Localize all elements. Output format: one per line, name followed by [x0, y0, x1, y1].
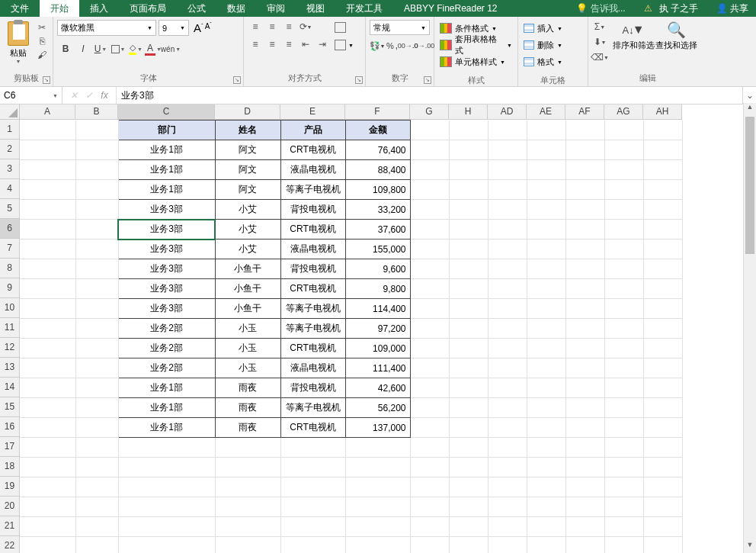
cell-AF12[interactable]: [565, 339, 604, 358]
cell-G4[interactable]: [410, 180, 449, 200]
cell-A8[interactable]: [20, 259, 75, 279]
cell-E1[interactable]: 产品: [280, 121, 345, 140]
cell-AH6[interactable]: [643, 220, 682, 240]
cell-AD16[interactable]: [488, 418, 527, 438]
cell-G15[interactable]: [410, 398, 449, 418]
delete-cells-button[interactable]: 删除▼: [522, 37, 564, 53]
cell-D14[interactable]: 雨夜: [215, 378, 280, 398]
cancel-formula-button[interactable]: ✕: [67, 90, 81, 101]
tell-me[interactable]: 💡 告诉我...: [569, 2, 633, 15]
cell-H13[interactable]: [449, 358, 488, 378]
cell-AE17[interactable]: [527, 438, 565, 458]
cell-G22[interactable]: [410, 537, 449, 554]
cell-AF7[interactable]: [565, 240, 604, 259]
cell-F10[interactable]: 114,400: [345, 299, 410, 319]
cell-AF18[interactable]: [565, 458, 604, 477]
col-header-F[interactable]: F: [345, 104, 410, 120]
col-header-AE[interactable]: AE: [527, 104, 565, 120]
cell-AE22[interactable]: [527, 537, 565, 554]
cell-AG20[interactable]: [604, 497, 643, 517]
cell-C16[interactable]: 业务1部: [118, 418, 215, 438]
cell-F17[interactable]: [345, 438, 410, 458]
cell-F9[interactable]: 9,800: [345, 279, 410, 299]
cell-F1[interactable]: 金额: [345, 121, 410, 140]
share-button[interactable]: 👤 共享: [709, 2, 756, 15]
cell-B15[interactable]: [75, 398, 118, 418]
cell-G6[interactable]: [410, 220, 449, 240]
cell-D17[interactable]: [215, 438, 280, 458]
cell-F8[interactable]: 9,600: [345, 259, 410, 279]
cell-AH4[interactable]: [643, 180, 682, 200]
cell-A19[interactable]: [20, 477, 75, 497]
cell-F13[interactable]: 111,400: [345, 358, 410, 378]
cell-H3[interactable]: [449, 160, 488, 180]
col-header-E[interactable]: E: [280, 104, 345, 120]
cell-AE9[interactable]: [527, 279, 565, 299]
cell-B1[interactable]: [75, 121, 118, 140]
cell-E15[interactable]: 等离子电视机: [280, 398, 345, 418]
cell-A21[interactable]: [20, 517, 75, 537]
align-left-button[interactable]: ≡: [248, 37, 263, 51]
cell-AG8[interactable]: [604, 259, 643, 279]
cell-AG9[interactable]: [604, 279, 643, 299]
cell-AD19[interactable]: [488, 477, 527, 497]
col-header-AF[interactable]: AF: [565, 104, 604, 120]
cell-D19[interactable]: [215, 477, 280, 497]
cell-AF13[interactable]: [565, 358, 604, 378]
cell-F14[interactable]: 42,600: [345, 378, 410, 398]
cell-AF22[interactable]: [565, 537, 604, 554]
cell-AD7[interactable]: [488, 240, 527, 259]
cell-F22[interactable]: [345, 537, 410, 554]
cell-AF9[interactable]: [565, 279, 604, 299]
cell-AF8[interactable]: [565, 259, 604, 279]
cell-B2[interactable]: [75, 140, 118, 160]
cell-C11[interactable]: 业务2部: [118, 319, 215, 339]
cell-AE11[interactable]: [527, 319, 565, 339]
cell-AH20[interactable]: [643, 497, 682, 517]
cell-D20[interactable]: [215, 497, 280, 517]
cell-A15[interactable]: [20, 398, 75, 418]
col-header-AH[interactable]: AH: [643, 104, 682, 120]
cell-D16[interactable]: 雨夜: [215, 418, 280, 438]
row-header-5[interactable]: 5: [0, 199, 20, 219]
cell-D5[interactable]: 小艾: [215, 200, 280, 220]
cell-AD22[interactable]: [488, 537, 527, 554]
cell-B13[interactable]: [75, 358, 118, 378]
cell-AD18[interactable]: [488, 458, 527, 477]
cell-AH19[interactable]: [643, 477, 682, 497]
cell-A9[interactable]: [20, 279, 75, 299]
cell-AG17[interactable]: [604, 438, 643, 458]
cells-area[interactable]: 部门姓名产品金额业务1部阿文CRT电视机76,400业务1部阿文液晶电视机88,…: [20, 120, 683, 547]
cell-AF17[interactable]: [565, 438, 604, 458]
cell-AH9[interactable]: [643, 279, 682, 299]
cell-F12[interactable]: 109,000: [345, 339, 410, 358]
cell-AF16[interactable]: [565, 418, 604, 438]
cell-AG19[interactable]: [604, 477, 643, 497]
row-header-8[interactable]: 8: [0, 259, 20, 278]
cell-AG4[interactable]: [604, 180, 643, 200]
cell-AG21[interactable]: [604, 517, 643, 537]
cell-C13[interactable]: 业务2部: [118, 358, 215, 378]
row-header-17[interactable]: 17: [0, 437, 20, 457]
cell-AE10[interactable]: [527, 299, 565, 319]
accounting-button[interactable]: 💱▼: [370, 38, 385, 53]
row-header-20[interactable]: 20: [0, 497, 20, 516]
row-header-2[interactable]: 2: [0, 140, 20, 159]
font-name-select[interactable]: 微软雅黑▼: [57, 20, 156, 36]
cell-AG5[interactable]: [604, 200, 643, 220]
cell-D6[interactable]: 小艾: [215, 220, 280, 240]
italic-button[interactable]: I: [75, 40, 91, 57]
cell-H12[interactable]: [449, 339, 488, 358]
row-header-7[interactable]: 7: [0, 239, 20, 259]
cell-E2[interactable]: CRT电视机: [280, 140, 345, 160]
orientation-button[interactable]: ⟳▼: [298, 20, 313, 34]
menu-tab-1[interactable]: 开始: [40, 0, 79, 17]
cell-AF2[interactable]: [565, 140, 604, 160]
cell-AG14[interactable]: [604, 378, 643, 398]
vertical-scrollbar[interactable]: ▲ ▼: [743, 103, 756, 553]
cell-A18[interactable]: [20, 458, 75, 477]
cell-AF4[interactable]: [565, 180, 604, 200]
wrap-text-button[interactable]: [335, 20, 354, 35]
cell-H10[interactable]: [449, 299, 488, 319]
cell-AE13[interactable]: [527, 358, 565, 378]
